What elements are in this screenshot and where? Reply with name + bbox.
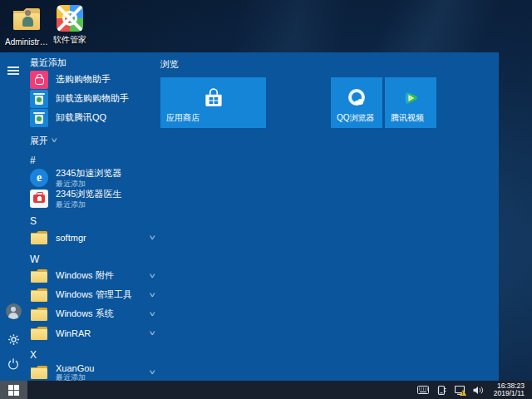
folder-item-windows-admin-tools[interactable]: Windows 管理工具 ˅ <box>30 285 156 304</box>
avatar <box>6 303 22 319</box>
qq-browser-icon <box>345 86 368 113</box>
touch-keyboard-icon[interactable] <box>416 381 430 399</box>
section-letter-w[interactable]: W <box>30 253 156 266</box>
software-manager-icon <box>57 5 83 32</box>
app-item-uninstall-shopping-assistant[interactable]: 卸载选购购物助手 <box>30 89 156 108</box>
tile-group-title: 浏览 <box>160 58 179 71</box>
folder-icon <box>31 231 47 244</box>
folder-icon <box>31 288 47 302</box>
user-account-button[interactable] <box>0 298 27 324</box>
taskbar-clock[interactable]: 16:38:23 2019/1/11 <box>490 382 528 398</box>
desktop-icon-administrator[interactable]: Administra... <box>5 5 48 47</box>
chevron-down-icon: ˅ <box>149 368 157 377</box>
start-menu-rail <box>0 52 27 381</box>
chevron-down-icon: ˅ <box>149 310 157 318</box>
folder-item-windows-system[interactable]: Windows 系统 ˅ <box>30 304 156 323</box>
app-item-shopping-assistant[interactable]: 选购购物助手 <box>30 70 156 89</box>
folder-icon <box>31 308 47 321</box>
desktop-icon-label: 软件管家 <box>48 34 91 46</box>
network-status-icon[interactable] <box>453 381 466 399</box>
folder-item-xuangou[interactable]: XuanGou 最近添加 ˅ <box>30 362 156 382</box>
medical-kit-icon <box>30 190 48 208</box>
admin-user-folder-icon <box>13 8 40 35</box>
app-item-2345-browser-doctor[interactable]: 2345浏览器医生 最近添加 <box>30 188 156 209</box>
tile-tencent-video[interactable]: 腾讯视频 <box>385 77 436 128</box>
recently-added-tag: 最近添加 <box>56 373 143 382</box>
recently-added-tag: 最近添加 <box>56 200 156 209</box>
app-item-2345-browser[interactable]: e 2345加速浏览器 最近添加 <box>30 167 156 188</box>
uninstall-trash-icon <box>30 109 48 127</box>
windows-logo-icon <box>8 385 19 396</box>
recently-added-header: 最近添加 <box>30 56 156 70</box>
gear-icon <box>7 332 21 347</box>
power-button[interactable] <box>0 351 27 377</box>
tile-qq-browser[interactable]: QQ浏览器 <box>331 77 382 128</box>
folder-item-softmgr[interactable]: softmgr ˅ <box>30 228 156 247</box>
folder-item-windows-accessories[interactable]: Windows 附件 ˅ <box>30 266 156 285</box>
section-letter-x[interactable]: X <box>30 348 156 362</box>
app-list: 最近添加 选购购物助手 卸载选购购物助手 卸载腾讯QQ 展开 ˅ # e 234… <box>30 56 156 382</box>
uninstall-trash-icon <box>30 90 48 108</box>
power-icon <box>7 357 20 371</box>
blue-e-browser-icon: e <box>30 169 48 187</box>
start-button[interactable] <box>0 381 27 399</box>
tiles-area: 浏览 应用商店 <box>160 52 499 381</box>
chevron-down-icon: ˅ <box>149 329 157 337</box>
settings-button[interactable] <box>0 326 27 352</box>
folder-icon <box>31 269 47 283</box>
network-warning-icon <box>460 390 466 396</box>
chevron-down-icon: ˅ <box>149 272 157 280</box>
expand-button[interactable]: 展开 ˅ <box>30 133 156 148</box>
tencent-video-icon <box>399 86 422 113</box>
system-tray: 16:38:23 2019/1/11 <box>416 381 532 399</box>
pink-shopping-bag-icon <box>30 71 48 89</box>
desktop-icon-label: Administra... <box>5 37 48 47</box>
recently-added-tag: 最近添加 <box>56 180 156 188</box>
tile-app-store[interactable]: 应用商店 <box>160 77 266 128</box>
folder-icon <box>31 327 47 340</box>
section-letter-hash[interactable]: # <box>30 154 156 167</box>
folder-icon <box>31 366 47 379</box>
volume-icon[interactable] <box>471 381 485 399</box>
chevron-down-icon: ˅ <box>149 234 157 242</box>
app-item-uninstall-qq[interactable]: 卸载腾讯QQ <box>30 108 156 127</box>
clock-date: 2019/1/11 <box>490 390 525 398</box>
store-bag-icon <box>201 86 226 114</box>
chevron-down-icon: ˅ <box>149 291 157 299</box>
hamburger-menu-icon[interactable] <box>0 57 27 84</box>
start-menu: 最近添加 选购购物助手 卸载选购购物助手 卸载腾讯QQ 展开 ˅ # e 234… <box>0 52 499 381</box>
usb-device-icon[interactable] <box>435 381 448 399</box>
folder-item-winrar[interactable]: WinRAR ˅ <box>30 323 156 342</box>
section-letter-s[interactable]: S <box>30 214 156 228</box>
desktop-icon-software-manager[interactable]: 软件管家 <box>48 5 91 46</box>
taskbar: 16:38:23 2019/1/11 <box>0 381 532 399</box>
chevron-down-icon: ˅ <box>52 136 60 145</box>
